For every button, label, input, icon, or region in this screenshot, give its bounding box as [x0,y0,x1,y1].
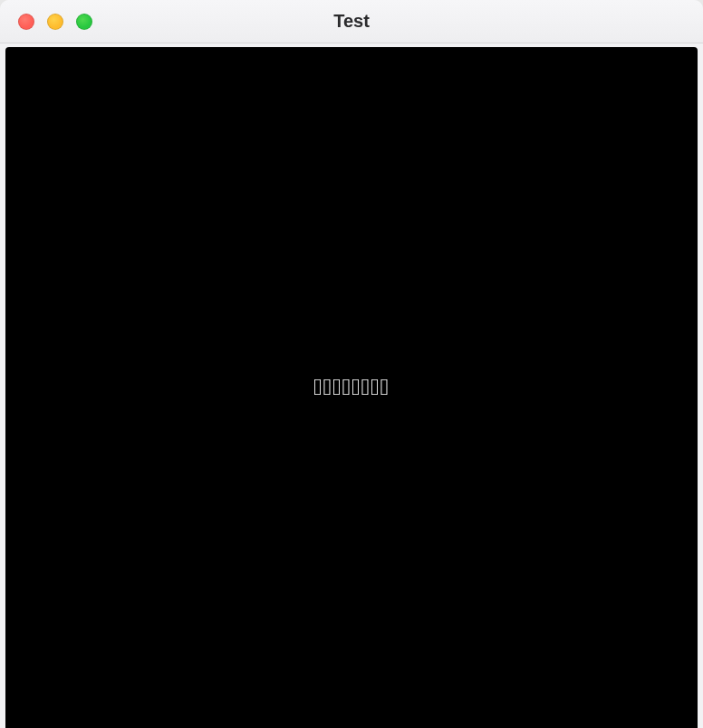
minimize-button[interactable] [47,14,63,30]
placeholder-label: 􀏆􀏆􀏆􀏆􀏆􀏆􀏆􀏆 [313,374,390,401]
zoom-button[interactable] [76,14,92,30]
traffic-lights [0,14,92,30]
window-titlebar: Test [0,0,703,43]
content-area[interactable]: 􀏆􀏆􀏆􀏆􀏆􀏆􀏆􀏆 [5,47,698,728]
app-window: Test 􀏆􀏆􀏆􀏆􀏆􀏆􀏆􀏆 [0,0,703,728]
window-title: Test [0,11,703,32]
close-button[interactable] [18,14,34,30]
